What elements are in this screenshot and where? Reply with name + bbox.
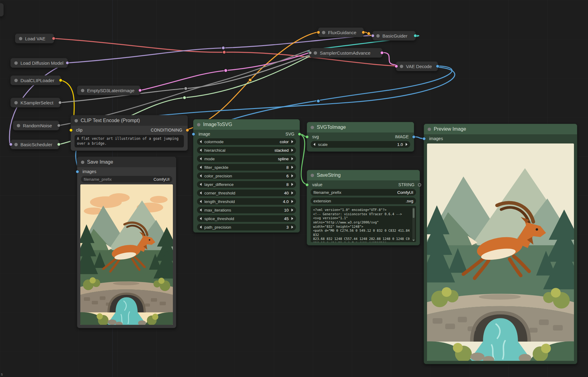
widget-splice_threshold[interactable]: splice_threshold45: [197, 215, 296, 222]
collapse-dot-icon[interactable]: [311, 126, 314, 129]
node-randomnoise[interactable]: RandomNoise: [13, 121, 59, 130]
reroute-dot[interactable]: [317, 100, 320, 103]
widget-filter_speckle[interactable]: filter_speckle8: [197, 164, 296, 171]
node-fluxguidance[interactable]: FluxGuidance: [318, 27, 364, 37]
decrement-arrow-icon[interactable]: [200, 200, 202, 203]
decrement-arrow-icon[interactable]: [200, 140, 202, 143]
clip-input-port[interactable]: [69, 129, 73, 132]
widget-extension[interactable]: extension.svg: [311, 198, 416, 204]
scroll-down-icon[interactable]: [412, 240, 415, 241]
reroute-dot[interactable]: [224, 69, 228, 72]
collapse-dot-icon[interactable]: [376, 34, 380, 38]
widget-max_iterations[interactable]: max_iterations10: [197, 207, 296, 213]
widget-color_precision[interactable]: color_precision6: [197, 172, 296, 179]
increment-arrow-icon[interactable]: [291, 200, 293, 203]
images-input-port[interactable]: [76, 170, 79, 173]
output-port[interactable]: [66, 61, 69, 65]
input-port[interactable]: [317, 31, 320, 34]
scrollbar[interactable]: [412, 207, 415, 241]
widget-hierarchical[interactable]: hierarchicalstacked: [197, 147, 296, 154]
output-port[interactable]: [57, 124, 60, 127]
decrement-arrow-icon[interactable]: [200, 166, 202, 169]
decrement-arrow-icon[interactable]: [200, 149, 202, 152]
node-basicscheduler[interactable]: BasicScheduler: [10, 140, 59, 149]
offscreen-node[interactable]: [0, 3, 4, 16]
node-save-image[interactable]: Save Image images filename_prefixComfyUI: [77, 157, 176, 328]
conditioning-output-port[interactable]: [186, 129, 189, 132]
image-output-port[interactable]: [412, 135, 415, 139]
increment-arrow-icon[interactable]: [291, 149, 293, 152]
output-port[interactable]: [362, 31, 365, 34]
node-header[interactable]: Save Image: [77, 157, 176, 167]
images-input-port[interactable]: [422, 137, 426, 140]
generated-image-preview[interactable]: [80, 184, 173, 325]
collapse-dot-icon[interactable]: [17, 124, 20, 127]
increment-arrow-icon[interactable]: [291, 174, 293, 177]
reroute-dot[interactable]: [223, 51, 226, 54]
node-clip-text-encode[interactable]: CLIP Text Encode (Prompt) clip CONDITION…: [71, 115, 188, 151]
output-port[interactable]: [57, 143, 60, 146]
collapse-dot-icon[interactable]: [322, 31, 325, 34]
widget-scale[interactable]: scale1.0: [311, 141, 410, 148]
widget-colormode[interactable]: colormodecolor: [197, 138, 296, 145]
widget-path_precision[interactable]: path_precision3: [197, 224, 296, 230]
output-port[interactable]: [380, 51, 384, 55]
collapse-dot-icon[interactable]: [14, 79, 18, 82]
input-port[interactable]: [309, 51, 312, 55]
output-port[interactable]: [414, 34, 417, 38]
collapse-dot-icon[interactable]: [19, 37, 22, 40]
input-port[interactable]: [371, 34, 374, 38]
collapse-dot-icon[interactable]: [311, 174, 314, 177]
output-port[interactable]: [52, 37, 55, 40]
increment-arrow-icon[interactable]: [291, 208, 293, 212]
image-input-port[interactable]: [192, 132, 195, 136]
increment-arrow-icon[interactable]: [291, 217, 293, 220]
reroute-dot[interactable]: [367, 32, 371, 35]
widget-layer_difference[interactable]: layer_difference8: [197, 181, 296, 188]
node-header[interactable]: Preview Image: [424, 124, 577, 134]
collapse-dot-icon[interactable]: [14, 101, 18, 104]
node-load-vae[interactable]: Load VAE: [15, 34, 54, 43]
node-svgtoimage[interactable]: SVGToImage svg IMAGE scale1.0: [307, 122, 414, 152]
collapse-dot-icon[interactable]: [400, 65, 403, 68]
reroute-dot[interactable]: [222, 46, 225, 50]
scrollbar-thumb[interactable]: [413, 208, 415, 218]
decrement-arrow-icon[interactable]: [200, 191, 202, 194]
collapse-dot-icon[interactable]: [197, 123, 200, 126]
prompt-text-input[interactable]: A flat vector art illustration of a goat…: [75, 135, 184, 147]
node-vae-decode[interactable]: VAE Decode: [396, 61, 438, 71]
decrement-arrow-icon[interactable]: [200, 157, 202, 160]
collapse-dot-icon[interactable]: [75, 119, 78, 122]
increment-arrow-icon[interactable]: [291, 140, 293, 143]
output-port[interactable]: [138, 89, 142, 92]
increment-arrow-icon[interactable]: [291, 226, 293, 229]
collapse-dot-icon[interactable]: [81, 89, 84, 92]
node-basicguider[interactable]: BasicGuider: [372, 31, 416, 41]
node-header[interactable]: SVGToImage: [307, 122, 414, 132]
node-samplercustomadvance[interactable]: SamplerCustomAdvance: [310, 48, 382, 58]
node-emptysd3latentimage[interactable]: EmptySD3LatentImage: [77, 85, 141, 95]
widget-filename_prefix[interactable]: filename_prefixComfyUI: [311, 189, 416, 196]
collapse-dot-icon[interactable]: [81, 161, 84, 164]
widget-mode[interactable]: modespline: [197, 155, 296, 162]
string-output-port[interactable]: [418, 183, 421, 187]
output-port[interactable]: [58, 101, 62, 104]
graph-canvas[interactable]: Load VAE Load Diffusion Model DualCLIPLo…: [0, 0, 588, 377]
increment-arrow-icon[interactable]: [406, 143, 407, 146]
svg-input-port[interactable]: [305, 135, 309, 139]
increment-arrow-icon[interactable]: [291, 191, 293, 194]
input-port[interactable]: [9, 143, 13, 146]
increment-arrow-icon[interactable]: [291, 166, 293, 169]
decrement-arrow-icon[interactable]: [313, 143, 315, 146]
node-dualcliploader[interactable]: DualCLIPLoader: [10, 75, 61, 85]
node-load-diffusion-model[interactable]: Load Diffusion Model: [10, 58, 68, 68]
preview-image-output[interactable]: [427, 143, 574, 361]
widget-filename_prefix[interactable]: filename_prefixComfyUI: [81, 176, 172, 183]
decrement-arrow-icon[interactable]: [200, 183, 202, 186]
node-savestring[interactable]: SaveString value STRING filename_prefixC…: [307, 170, 420, 245]
node-header[interactable]: ImageToSVG: [193, 119, 300, 130]
node-preview-image[interactable]: Preview Image images: [424, 124, 577, 364]
increment-arrow-icon[interactable]: [291, 157, 293, 160]
reroute-dot[interactable]: [183, 96, 186, 100]
widget-corner_threshold[interactable]: corner_threshold40: [197, 190, 296, 196]
